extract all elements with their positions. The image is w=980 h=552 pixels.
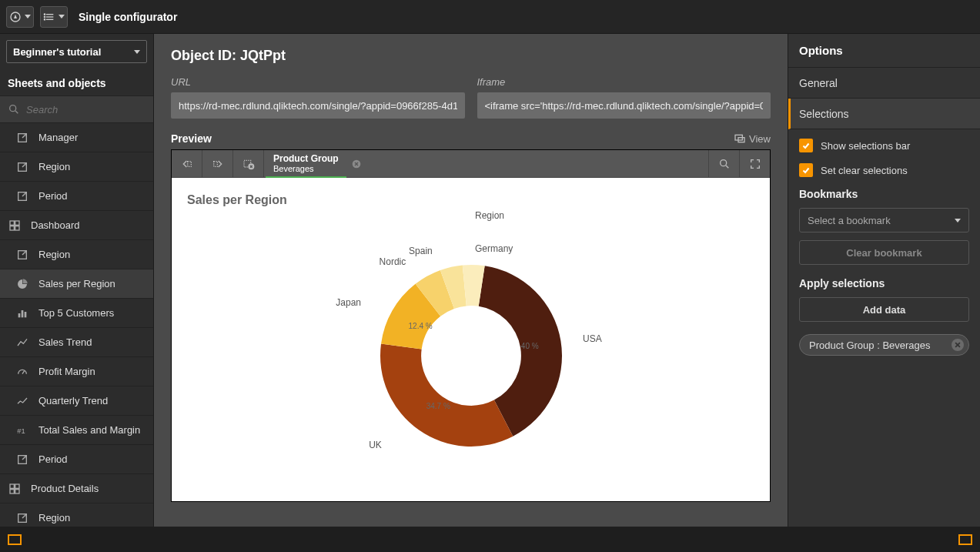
svg-rect-22 (18, 313, 21, 317)
sidebar-search[interactable] (0, 95, 153, 123)
selection-value: Beverages (273, 164, 339, 173)
sidebar-item-label: Product Details (31, 483, 99, 494)
selection-remove-button[interactable] (346, 158, 366, 170)
view-button[interactable]: View (734, 132, 771, 145)
svg-point-8 (10, 105, 16, 112)
clear-selections-button[interactable] (233, 150, 264, 178)
svg-line-28 (22, 455, 26, 459)
svg-line-21 (22, 250, 26, 254)
donut-slice[interactable] (380, 344, 513, 447)
url-input[interactable] (171, 92, 465, 119)
center-panel: Object ID: JQtPpt URL Iframe Preview Vie… (154, 34, 788, 527)
right-layout-toggle[interactable] (958, 534, 972, 545)
options-title: Options (788, 34, 980, 68)
dashboard-icon (8, 219, 22, 233)
tab-general[interactable]: General (788, 68, 980, 99)
dashboard-icon (8, 482, 22, 496)
selection-back-button[interactable] (172, 150, 202, 178)
selection-forward-button[interactable] (202, 150, 233, 178)
chevron-down-icon (134, 50, 140, 54)
bookmarks-heading: Bookmarks (799, 188, 969, 200)
svg-rect-38 (213, 161, 217, 166)
iframe-label: Iframe (477, 76, 771, 88)
remove-selection-button[interactable] (952, 339, 964, 351)
preview-search-button[interactable] (708, 150, 739, 178)
svg-rect-24 (25, 312, 27, 317)
explore-button[interactable] (6, 6, 34, 28)
show-selections-bar-checkbox[interactable]: Show selections bar (799, 139, 969, 152)
trend-icon (15, 336, 29, 350)
sidebar-item-label: Top 5 Customers (38, 307, 114, 319)
bookmark-select[interactable]: Select a bookmark (799, 208, 969, 233)
check-icon (801, 166, 811, 175)
sheet-icon (15, 131, 29, 145)
iframe-input[interactable] (477, 92, 771, 119)
clear-bookmark-button[interactable]: Clear bookmark (799, 240, 969, 265)
slice-label: USA (583, 333, 602, 344)
sidebar-item[interactable]: Quarterly Trend (0, 386, 153, 416)
svg-line-47 (726, 166, 728, 168)
selection-field: Product Group (273, 153, 339, 164)
sidebar-item-label: Region (38, 161, 70, 172)
pie-icon (15, 277, 29, 291)
sidebar-item[interactable]: Region (0, 152, 153, 182)
donut-chart (371, 256, 571, 456)
tab-selections[interactable]: Selections (788, 99, 980, 129)
selection-tag[interactable]: Product Group Beverages (266, 150, 346, 178)
slice-pct-label: 40 % (521, 342, 539, 350)
slice-label: UK (369, 440, 382, 450)
sidebar-item-label: Profit Margin (38, 366, 95, 377)
sidebar-item-label: Sales Trend (38, 336, 92, 348)
sidebar-item-label: Period (38, 453, 68, 465)
svg-rect-19 (15, 226, 19, 229)
sidebar-item[interactable]: Profit Margin (0, 357, 153, 386)
main-area: Beginner's tutorial Sheets and objects M… (0, 34, 980, 527)
chart-area[interactable]: Sales per Region RegionUSA40 %UK34.7 %Ja… (172, 178, 770, 501)
sidebar-item[interactable]: Product Details (0, 474, 153, 503)
sidebar-item-label: Quarterly Trend (38, 395, 108, 406)
preview-fullscreen-button[interactable] (739, 150, 770, 178)
sidebar-item[interactable]: Sales per Region (0, 269, 153, 299)
sidebar-item[interactable]: Manager (0, 123, 153, 152)
sidebar-item[interactable]: Period (0, 445, 153, 474)
sidebar-item[interactable]: #1Total Sales and Margin (0, 416, 153, 445)
svg-rect-17 (15, 221, 19, 225)
sidebar-item[interactable]: Region (0, 240, 153, 269)
set-clear-selections-checkbox[interactable]: Set clear selections (799, 163, 969, 177)
selection-bar: Product Group Beverages (172, 150, 770, 178)
slice-pct-label: 12.4 % (409, 322, 433, 330)
sidebar-heading: Sheets and objects (0, 69, 153, 95)
svg-rect-23 (22, 310, 24, 317)
apply-selections-heading: Apply selections (799, 277, 969, 289)
search-input[interactable] (26, 104, 156, 115)
list-button[interactable] (40, 6, 68, 28)
sidebar-item[interactable]: Dashboard (0, 211, 153, 240)
sidebar-list: ManagerRegionPeriodDashboardRegionSales … (0, 123, 153, 527)
sidebar-item[interactable]: Period (0, 182, 153, 211)
close-icon (954, 341, 962, 349)
sheet-icon (15, 160, 29, 174)
svg-point-7 (44, 18, 45, 19)
slice-label: Germany (475, 243, 513, 254)
sidebar-item[interactable]: Region (0, 503, 153, 527)
hash-icon: #1 (15, 423, 29, 437)
app-selector-dropdown[interactable]: Beginner's tutorial (6, 40, 147, 63)
set-clear-selections-label: Set clear selections (821, 165, 908, 176)
sheet-icon (15, 248, 29, 262)
sidebar-item[interactable]: Sales Trend (0, 328, 153, 357)
close-circle-icon (350, 158, 363, 170)
sidebar-item-label: Manager (38, 132, 78, 143)
step-back-icon (181, 158, 193, 170)
applied-selection-label: Product Group : Beverages (809, 340, 931, 351)
add-data-button[interactable]: Add data (799, 297, 969, 322)
svg-point-6 (44, 16, 45, 17)
left-layout-toggle[interactable] (8, 534, 22, 545)
chevron-down-icon (59, 15, 65, 18)
gauge-icon (15, 365, 29, 379)
slice-pct-label: 34.7 % (426, 402, 450, 410)
clear-selection-icon (242, 158, 255, 170)
slice-label: Spain (409, 246, 433, 256)
sidebar-item[interactable]: Top 5 Customers (0, 299, 153, 328)
applied-selection-pill[interactable]: Product Group : Beverages (799, 334, 969, 356)
chart-title: Sales per Region (187, 193, 754, 207)
